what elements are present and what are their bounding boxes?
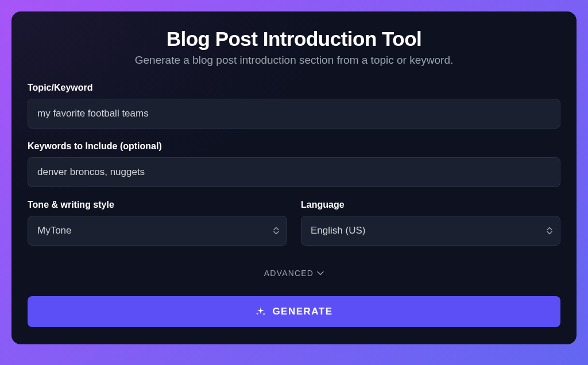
generate-button[interactable]: GENERATE (28, 296, 560, 327)
keywords-field-group: Keywords to Include (optional) (28, 141, 560, 187)
tool-card: Blog Post Introduction Tool Generate a b… (11, 11, 577, 344)
language-select-wrapper: English (US) (301, 216, 560, 246)
chevron-down-icon (317, 271, 324, 275)
topic-input[interactable] (28, 99, 560, 129)
generate-label: GENERATE (272, 306, 332, 317)
advanced-label: ADVANCED (264, 269, 314, 278)
topic-field-group: Topic/Keyword (28, 83, 560, 129)
language-select[interactable]: English (US) (301, 216, 560, 246)
keywords-input[interactable] (28, 157, 560, 187)
page-title: Blog Post Introduction Tool (28, 28, 560, 51)
page-subtitle: Generate a blog post introduction sectio… (28, 54, 560, 67)
options-row: Tone & writing style MyTone Language Eng… (28, 200, 560, 258)
sparkles-icon (255, 306, 266, 317)
tone-select-wrapper: MyTone (28, 216, 287, 246)
keywords-label: Keywords to Include (optional) (28, 141, 560, 152)
tone-label: Tone & writing style (28, 200, 287, 210)
language-field-group: Language English (US) (301, 200, 560, 246)
tone-select[interactable]: MyTone (28, 216, 287, 246)
tone-field-group: Tone & writing style MyTone (28, 200, 287, 246)
advanced-row: ADVANCED (28, 269, 560, 278)
language-label: Language (301, 200, 560, 210)
topic-label: Topic/Keyword (28, 83, 560, 93)
advanced-toggle[interactable]: ADVANCED (264, 269, 324, 278)
